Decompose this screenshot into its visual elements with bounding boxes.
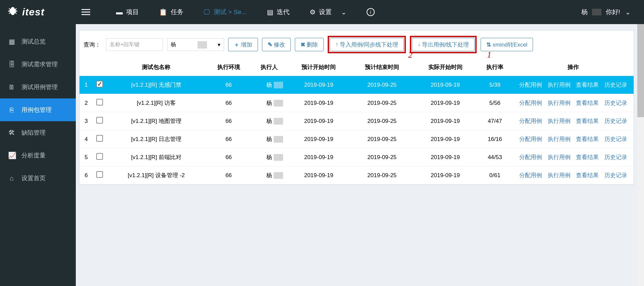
cell-executor: 杨 [251,130,287,148]
table-row[interactable]: 2 [v1.2.1][R] 访客 66 杨 2019-09-19 2019-09… [79,94,634,112]
op-result[interactable]: 查看结果 [576,118,599,124]
op-assign[interactable]: 分配用例 [519,82,542,88]
cell-env: 66 [206,76,251,94]
delete-button[interactable]: ✖删除 [295,38,324,51]
cell-rate: 5/56 [477,94,513,112]
op-history[interactable]: 历史记录 [604,82,627,88]
swap-icon: ⇅ [486,41,491,48]
op-history[interactable]: 历史记录 [604,172,627,178]
table-row[interactable]: 4 [v1.2.1][R] 日志管理 66 杨 2019-09-19 2019-… [79,130,634,148]
chevron-down-icon: ⌄ [341,8,346,16]
tools-icon: 🛠 [8,129,15,137]
search-input[interactable] [106,38,163,51]
nav-settings[interactable]: ⚙ 设置 ⌄ [310,8,346,16]
nav-task[interactable]: 📋 任务 [159,8,183,16]
menu-toggle[interactable] [76,8,96,16]
cell-rate: 47/47 [477,112,513,130]
op-execute[interactable]: 执行用例 [548,172,571,178]
op-history[interactable]: 历史记录 [604,136,627,142]
op-result[interactable]: 查看结果 [576,172,599,178]
op-result[interactable]: 查看结果 [576,82,599,88]
sidebar-item-home[interactable]: ⌂ 设置首页 [0,167,76,190]
vertical-scrollbar[interactable] [637,0,644,286]
op-result[interactable]: 查看结果 [576,100,599,106]
redaction-mask [274,172,283,179]
annotation-1: 1 [487,50,491,60]
row-checkbox[interactable] [96,81,103,87]
nav-test[interactable]: 🖵 测试 > Se... [204,8,247,16]
btn-label: 删除 [307,41,318,49]
op-result[interactable]: 查看结果 [576,136,599,142]
bug-icon [7,6,19,18]
row-index: 1 [79,76,93,94]
row-checkbox[interactable] [96,153,103,160]
row-checkbox[interactable] [96,117,103,124]
op-execute[interactable]: 执行用例 [548,154,571,160]
logo[interactable]: itest [0,6,76,18]
header-right: 杨 你好! ⌄ [581,8,644,16]
redaction-mask [274,82,283,88]
cell-ops: 分配用例 执行用例 查看结果 历史记录 [513,148,634,166]
sidebar-item-cases[interactable]: 🗎 测试用例管理 [0,76,76,98]
op-history[interactable]: 历史记录 [604,100,627,106]
nav-iteration[interactable]: ▤ 迭代 [267,8,289,16]
op-assign[interactable]: 分配用例 [519,154,542,160]
cell-actual-start: 2019-09-19 [414,148,477,166]
table-row[interactable]: 3 [v1.2.1][R] 地图管理 66 杨 2019-09-19 2019-… [79,112,634,130]
col-rate[interactable]: 执行率 [477,59,513,76]
xmind-button[interactable]: ⇅xmind转Excel [481,38,533,51]
op-assign[interactable]: 分配用例 [519,118,542,124]
sidebar-item-requirements[interactable]: 🗄 测试需求管理 [0,53,76,76]
sidebar: ▦ 测试总览 🗄 测试需求管理 🗎 测试用例管理 ⎘ 用例包管理 🛠 缺陷管理 … [0,0,76,286]
col-env[interactable]: 执行环境 [206,59,251,76]
cell-rate: 44/53 [477,148,513,166]
plus-icon: ＋ [234,41,239,49]
col-actual-start[interactable]: 实际开始时间 [414,59,477,76]
user-menu[interactable]: 杨 你好! ⌄ [581,8,631,16]
top-nav: ▬ 项目 📋 任务 🖵 测试 > Se... ▤ 迭代 ⚙ 设置 ⌄ i [96,8,581,16]
x-icon: ✖ [301,41,305,48]
sidebar-item-analytics[interactable]: 📈 分析度量 [0,144,76,167]
table-row[interactable]: 6 [v1.2.1][R] 设备管理 -2 66 杨 2019-09-19 20… [79,166,634,185]
op-history[interactable]: 历史记录 [604,154,627,160]
row-index: 4 [79,130,93,148]
op-result[interactable]: 查看结果 [576,154,599,160]
op-execute[interactable]: 执行用例 [548,100,571,106]
table-row[interactable]: 5 [v1.2.1][R] 前端比对 66 杨 2019-09-19 2019-… [79,148,634,166]
sidebar-item-label: 缺陷管理 [21,129,46,137]
row-checkbox[interactable] [96,135,103,142]
cell-env: 66 [206,130,251,148]
clipboard-icon: 📋 [159,8,167,16]
row-checkbox[interactable] [96,99,103,105]
edit-button[interactable]: ✎修改 [262,38,291,51]
cell-plan-end: 2019-09-25 [351,130,414,148]
col-plan-start[interactable]: 预计开始时间 [287,59,351,76]
sidebar-item-defects[interactable]: 🛠 缺陷管理 [0,121,76,144]
op-execute[interactable]: 执行用例 [548,82,571,88]
redaction-mask [274,154,283,161]
col-name[interactable]: 测试包名称 [106,59,206,76]
nav-project[interactable]: ▬ 项目 [116,8,139,16]
op-assign[interactable]: 分配用例 [519,100,542,106]
export-button[interactable]: ↓导出用例/线下处理 [412,38,475,51]
add-button[interactable]: ＋增加 [228,38,258,51]
op-assign[interactable]: 分配用例 [519,172,542,178]
col-ops: 操作 [513,59,634,76]
col-executor[interactable]: 执行人 [251,59,287,76]
sidebar-item-packages[interactable]: ⎘ 用例包管理 [0,98,76,121]
executor-dropdown[interactable]: 杨 ▾ [167,38,224,51]
import-button[interactable]: ↑导入用例/同步线下处理 [330,38,404,51]
nav-info[interactable]: i [367,8,375,16]
row-checkbox[interactable] [96,171,103,178]
highlight-box-import: ↑导入用例/同步线下处理 [328,36,406,53]
op-execute[interactable]: 执行用例 [548,118,571,124]
chart-icon: 📈 [8,151,15,159]
op-execute[interactable]: 执行用例 [548,136,571,142]
sidebar-item-overview[interactable]: ▦ 测试总览 [0,30,76,53]
cell-ops: 分配用例 执行用例 查看结果 历史记录 [513,112,634,130]
nav-project-label: 项目 [126,8,139,16]
op-history[interactable]: 历史记录 [604,118,627,124]
op-assign[interactable]: 分配用例 [519,136,542,142]
table-row[interactable]: 1 [v1.2.1][R] 无感门禁 66 杨 2019-09-19 2019-… [79,76,634,94]
col-plan-end[interactable]: 预计结束时间 [351,59,414,76]
